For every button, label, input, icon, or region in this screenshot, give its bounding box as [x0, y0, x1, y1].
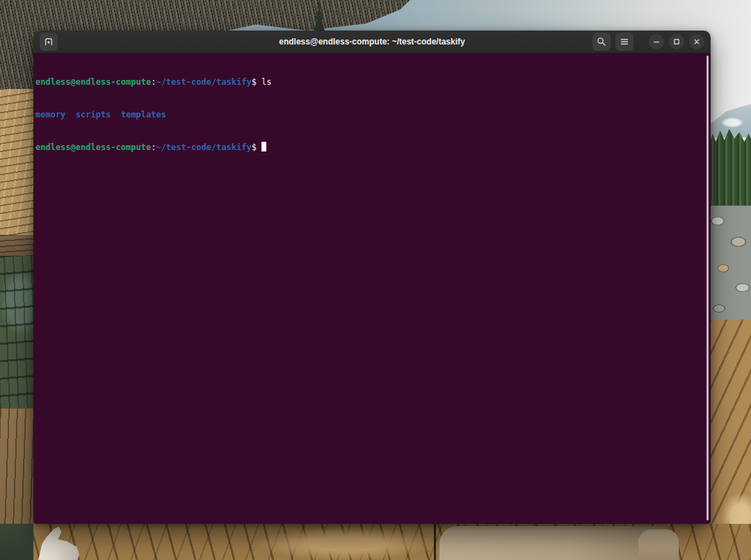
- wallpaper-rocky-stream: [709, 206, 751, 324]
- titlebar-spacer: [638, 42, 644, 42]
- maximize-icon: [671, 36, 682, 47]
- minimize-icon: [651, 36, 662, 47]
- wallpaper-bottom-green: [0, 524, 33, 560]
- prompt-user-host: endless@endless-compute: [35, 142, 151, 152]
- wallpaper-wood-shingles: [0, 89, 35, 240]
- terminal-screen[interactable]: endless@endless-compute:~/test-code/task…: [33, 53, 711, 524]
- terminal-cursor: [261, 142, 266, 151]
- wallpaper-green-shingles: [0, 256, 35, 413]
- window-title: endless@endless-compute: ~/test-code/tas…: [279, 37, 465, 47]
- prompt-path: ~/test-code/taskify: [156, 77, 251, 87]
- terminal-line-prompt-command: endless@endless-compute:~/test-code/task…: [35, 77, 702, 88]
- directory-entry: templates: [121, 110, 166, 120]
- terminal-window: endless@endless-compute: ~/test-code/tas…: [33, 31, 711, 524]
- wallpaper-forest: [709, 129, 751, 208]
- hamburger-menu-icon: [619, 36, 630, 47]
- wallpaper-wood-beam: [0, 235, 35, 258]
- close-button[interactable]: [689, 34, 704, 49]
- prompt-user-host: endless@endless-compute: [35, 77, 151, 87]
- prompt-symbol: $: [252, 142, 257, 152]
- wallpaper-carved-stone-small: [638, 529, 679, 560]
- close-icon: [691, 36, 702, 47]
- typed-command: ls: [261, 77, 271, 87]
- terminal-scrollbar[interactable]: [706, 56, 709, 520]
- terminal-line-ls-output: memoryscriptstemplates: [35, 110, 702, 121]
- terminal-line-active-prompt: endless@endless-compute:~/test-code/task…: [35, 142, 702, 154]
- maximize-button[interactable]: [669, 34, 684, 49]
- search-button[interactable]: [592, 33, 611, 51]
- new-tab-button[interactable]: [40, 33, 58, 51]
- directory-entry: scripts: [76, 110, 111, 120]
- search-icon: [596, 36, 607, 47]
- menu-button[interactable]: [615, 33, 633, 51]
- prompt-symbol: $: [252, 77, 257, 87]
- prompt-path: ~/test-code/taskify: [156, 142, 251, 152]
- minimize-button[interactable]: [649, 34, 664, 49]
- titlebar[interactable]: endless@endless-compute: ~/test-code/tas…: [33, 31, 711, 53]
- new-tab-icon: [43, 36, 54, 47]
- directory-entry: memory: [35, 110, 65, 120]
- wallpaper-plank-gap: [434, 524, 436, 560]
